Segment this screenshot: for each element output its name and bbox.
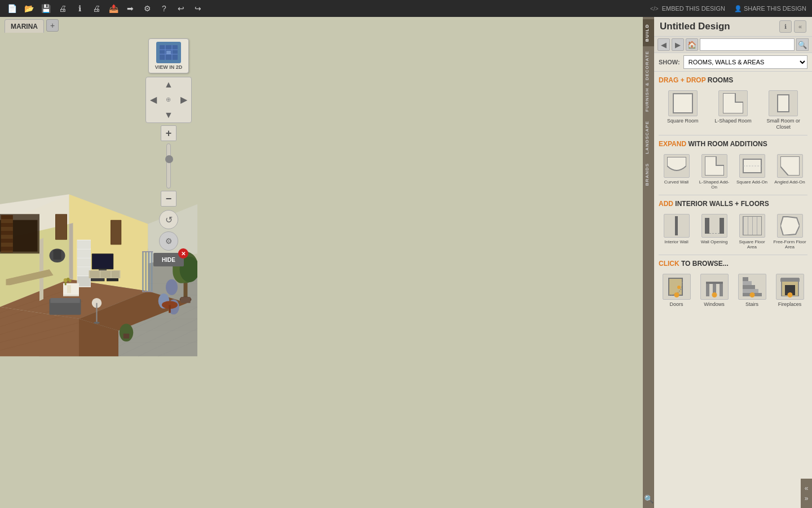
svg-rect-45 — [111, 220, 121, 244]
reset-view-btn[interactable]: ↺ — [159, 210, 178, 229]
item-curved-wall[interactable]: Curved Wall — [659, 152, 694, 192]
svg-rect-69 — [63, 295, 79, 296]
nav-right-btn[interactable]: ▶ — [176, 93, 191, 108]
add-tab-btn[interactable]: + — [46, 19, 59, 32]
item-l-addon-label: L-Shaped Add-On — [697, 179, 731, 190]
save-as-icon[interactable]: 🖨 — [56, 2, 69, 15]
svg-rect-38 — [1, 235, 13, 239]
nav-center-btn[interactable]: ⊕ — [161, 93, 176, 108]
svg-rect-37 — [1, 231, 13, 235]
embed-btn[interactable]: </> EMBED THIS DESIGN — [650, 5, 725, 12]
nav-left-btn[interactable]: ◀ — [146, 93, 161, 108]
search-panel-icon[interactable]: 🔍 — [644, 494, 654, 503]
svg-rect-53 — [77, 259, 90, 266]
save-icon[interactable]: 💾 — [39, 2, 52, 15]
help-icon[interactable]: ? — [158, 2, 170, 15]
svg-point-87 — [166, 279, 178, 295]
panel-collapse-icon[interactable]: « — [794, 20, 806, 33]
tab-brands[interactable]: BRANDS — [643, 159, 654, 190]
new-file-icon[interactable]: 📄 — [6, 2, 18, 15]
nav-back-btn[interactable]: ◀ — [657, 38, 670, 51]
collapse-down-btn[interactable]: » — [804, 493, 810, 503]
zoom-plus-btn[interactable]: + — [161, 125, 176, 141]
item-interior-wall-label: Interior Wall — [664, 239, 688, 245]
svg-marker-27 — [39, 238, 43, 301]
collapse-up-btn[interactable]: « — [804, 483, 810, 493]
svg-rect-49 — [54, 249, 61, 260]
svg-rect-35 — [1, 223, 13, 227]
zoom-minus-btn[interactable]: − — [161, 191, 176, 207]
item-fireplaces-label: Fireplaces — [778, 301, 802, 307]
share-btn[interactable]: 👤 SHARE THIS DESIGN — [734, 5, 806, 12]
svg-rect-94 — [91, 278, 105, 281]
item-l-shaped-room-label: L-Shaped Room — [714, 118, 752, 124]
item-fireplaces[interactable]: Fireplaces — [772, 271, 807, 309]
interior-title: ADD INTERIOR WALLS + FLOORS — [659, 200, 807, 208]
item-freeform-floor[interactable]: Free-Form Floor Area — [772, 212, 807, 252]
info-icon[interactable]: ℹ — [73, 2, 86, 15]
item-freeform-floor-label: Free-Form Floor Area — [773, 239, 807, 250]
show-row: SHOW: ROOMS, WALLS & AREAS — [654, 53, 812, 72]
item-square-room[interactable]: Square Room — [659, 88, 707, 133]
nav-pad: ▲ ◀ ⊕ ▶ ▼ — [145, 77, 192, 123]
nav-home-btn[interactable]: 🏠 — [686, 38, 698, 51]
nav-up-btn[interactable]: ▲ — [161, 77, 176, 93]
svg-rect-66 — [96, 303, 97, 323]
item-doors[interactable]: Doors — [659, 271, 694, 309]
tab-marina[interactable]: MARINA — [5, 19, 44, 33]
item-floor-area[interactable]: Square Floor Area — [734, 212, 770, 252]
svg-rect-36 — [1, 227, 13, 231]
open-icon[interactable]: 📂 — [23, 2, 35, 15]
svg-marker-106 — [780, 156, 800, 176]
print-icon[interactable]: 🖨 — [90, 2, 103, 15]
item-interior-wall[interactable]: Interior Wall — [659, 212, 694, 252]
right-panel: BUILD FURNISH & DECORATE LANDSCAPE BRAND… — [643, 17, 812, 508]
svg-rect-34 — [1, 219, 13, 223]
svg-rect-70 — [67, 285, 71, 293]
svg-rect-54 — [77, 268, 90, 275]
redo-icon[interactable]: ↪ — [192, 2, 204, 15]
tab-furnish[interactable]: FURNISH & DECORATE — [643, 46, 654, 116]
nav-forward-btn[interactable]: ▶ — [672, 38, 684, 51]
svg-rect-41 — [1, 247, 13, 251]
item-l-shaped-room[interactable]: L-Shaped Room — [709, 88, 757, 133]
tab-landscape[interactable]: LANDSCAPE — [643, 116, 654, 159]
item-windows[interactable]: Windows — [696, 271, 732, 309]
item-sq-addon-label: Square Add-On — [736, 179, 767, 185]
svg-rect-119 — [743, 285, 755, 289]
main-toolbar: 📄 📂 💾 🖨 ℹ 🖨 📤 ➡ ⚙ ? ↩ ↪ </> EMBED THIS D… — [0, 0, 812, 17]
search-go-btn[interactable]: 🔍 — [796, 38, 809, 51]
svg-point-67 — [94, 322, 100, 324]
item-small-room[interactable]: Small Room or Closet — [760, 88, 807, 133]
nav-down-btn[interactable]: ▼ — [161, 107, 176, 122]
item-l-addon[interactable]: L-Shaped Add-On — [696, 152, 732, 192]
item-wall-opening-label: Wall Opening — [701, 239, 728, 245]
panel-info-icon[interactable]: ℹ — [779, 20, 792, 33]
svg-rect-62 — [112, 271, 120, 278]
settings-gear-icon[interactable]: ⚙ — [159, 231, 178, 251]
svg-point-74 — [69, 279, 72, 282]
svg-rect-91 — [169, 305, 171, 313]
svg-rect-101 — [166, 51, 171, 54]
item-sq-addon[interactable]: Square Add-On — [734, 152, 770, 192]
item-stairs-label: Stairs — [745, 301, 758, 307]
undo-icon[interactable]: ↩ — [175, 2, 187, 15]
share2-icon[interactable]: 📤 — [107, 2, 120, 15]
panel-title: Untitled Design — [660, 21, 730, 32]
settings-icon[interactable]: ⚙ — [141, 2, 153, 15]
zoom-slider[interactable] — [165, 155, 173, 163]
item-windows-label: Windows — [704, 301, 725, 307]
item-wall-opening[interactable]: Wall Opening — [696, 212, 732, 252]
hide-btn[interactable]: HIDE ✕ — [153, 253, 184, 269]
search-input[interactable] — [700, 38, 795, 51]
view-2d-button[interactable]: VIEW IN 2D — [148, 38, 189, 73]
show-select[interactable]: ROOMS, WALLS & AREAS — [683, 55, 807, 69]
item-angled-addon[interactable]: Angled Add-On — [772, 152, 807, 192]
browse-section: CLICK TO BROWSE... Doors — [654, 255, 812, 315]
zoom-track — [166, 143, 171, 189]
item-stairs[interactable]: Stairs — [734, 271, 770, 309]
canvas-area[interactable]: VIEW IN 2D ▲ ◀ ⊕ ▶ ▼ + − ↺ ⚙ HIDE — [0, 33, 197, 508]
tab-build[interactable]: BUILD — [643, 19, 654, 46]
item-square-room-label: Square Room — [667, 118, 699, 124]
export-icon[interactable]: ➡ — [124, 2, 136, 15]
